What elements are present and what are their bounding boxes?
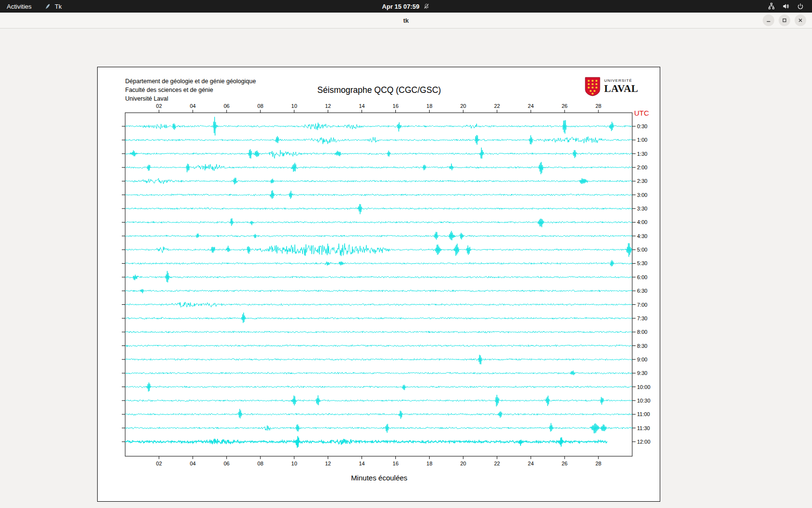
x-tick-label-top: 02 <box>156 103 162 109</box>
seismograph-canvas: Département de géologie et de génie géol… <box>97 67 660 502</box>
x-axis-title: Minutes écoulées <box>98 474 661 482</box>
seismogram-trace <box>125 331 632 333</box>
x-tick-label-top: 18 <box>426 103 432 109</box>
row-time-label: 9:00 <box>637 357 647 362</box>
seismogram-trace <box>125 148 632 159</box>
x-tick-label-bottom: 22 <box>494 461 500 466</box>
minimize-button[interactable] <box>763 15 774 26</box>
row-time-label: 12:00 <box>637 439 651 445</box>
row-time-label: 0:30 <box>637 123 647 129</box>
app-name-label: Tk <box>55 3 61 10</box>
x-tick-label-bottom: 14 <box>359 461 364 466</box>
seismogram-trace <box>125 271 632 283</box>
power-icon <box>797 2 804 10</box>
x-tick-label-top: 26 <box>562 103 567 109</box>
seismogram-trace <box>125 302 632 307</box>
x-tick-label-bottom: 24 <box>528 461 534 466</box>
desktop: Activities Tk Apr 15 07:59 <box>0 0 812 508</box>
close-icon <box>798 17 803 23</box>
x-tick-label-top: 06 <box>224 103 230 109</box>
row-time-label: 4:00 <box>637 219 647 225</box>
row-time-label: 5:30 <box>637 260 647 266</box>
x-tick-label-bottom: 08 <box>258 461 263 466</box>
row-time-label: 4:30 <box>637 233 647 239</box>
x-tick-label-bottom: 10 <box>291 461 297 466</box>
seismogram-trace <box>125 190 632 199</box>
x-tick-label-top: 28 <box>595 103 601 109</box>
clock-menu[interactable]: Apr 15 07:59 <box>382 3 430 10</box>
row-time-label: 10:30 <box>637 398 651 403</box>
system-status-area[interactable] <box>768 2 812 10</box>
row-time-label: 5:00 <box>637 247 647 253</box>
activities-button[interactable]: Activities <box>7 0 31 13</box>
row-time-label: 6:00 <box>637 274 647 280</box>
seismogram-trace <box>125 395 632 406</box>
clock-label: Apr 15 07:59 <box>382 3 419 10</box>
volume-icon <box>782 2 790 10</box>
x-tick-label-bottom: 02 <box>156 461 162 466</box>
row-time-label: 1:30 <box>637 151 647 157</box>
tk-window-content: Département de géologie et de génie géol… <box>0 29 812 508</box>
row-time-label: 3:00 <box>637 192 647 198</box>
seismogram-trace <box>125 260 632 267</box>
seismogram-trace <box>125 355 632 364</box>
seismogram-trace <box>125 371 632 375</box>
window-title-bar[interactable]: tk <box>0 13 812 29</box>
seismogram-trace <box>125 289 632 294</box>
seismogram-trace <box>125 178 632 185</box>
x-tick-label-bottom: 04 <box>190 461 196 466</box>
seismogram-trace <box>125 345 632 347</box>
seismogram-trace <box>125 204 632 214</box>
tk-app-icon <box>44 3 51 10</box>
seismogram-trace <box>125 231 632 240</box>
row-time-label: 3:30 <box>637 206 647 211</box>
seismogram-trace <box>125 409 632 418</box>
close-button[interactable] <box>795 15 806 26</box>
x-tick-label-bottom: 20 <box>460 461 466 466</box>
x-tick-label-top: 12 <box>325 103 331 109</box>
seismogram-trace <box>125 162 632 174</box>
row-time-label: 1:00 <box>637 137 647 143</box>
row-time-label: 2:00 <box>637 164 647 170</box>
maximize-button[interactable] <box>779 15 790 26</box>
minimize-icon <box>766 17 771 23</box>
row-time-label: 7:00 <box>637 302 647 308</box>
seismogram-trace <box>125 423 632 433</box>
maximize-icon <box>782 17 787 23</box>
x-tick-label-top: 10 <box>291 103 297 109</box>
row-time-label: 8:30 <box>637 343 647 349</box>
x-tick-label-bottom: 26 <box>562 461 567 466</box>
x-tick-label-top: 04 <box>190 103 196 109</box>
row-time-label: 10:00 <box>637 384 651 390</box>
row-time-label: 7:30 <box>637 315 647 321</box>
row-time-label: 6:30 <box>637 288 647 294</box>
seismogram-plot: 0202040406060808101012121414161618182020… <box>98 67 661 502</box>
x-tick-label-bottom: 28 <box>595 461 601 466</box>
seismogram-trace <box>125 218 632 227</box>
window-title: tk <box>403 17 409 24</box>
seismogram-trace <box>125 117 632 136</box>
x-tick-label-top: 16 <box>392 103 398 109</box>
network-icon <box>768 2 775 10</box>
row-time-label: 9:30 <box>637 370 647 376</box>
x-tick-label-top: 08 <box>258 103 263 109</box>
seismogram-trace <box>125 135 632 145</box>
seismogram-trace <box>125 383 632 392</box>
activities-label: Activities <box>7 3 31 10</box>
plot-frame <box>125 113 632 456</box>
notifications-disabled-icon <box>423 3 430 10</box>
row-time-label: 8:00 <box>637 329 647 335</box>
row-time-label: 11:00 <box>637 411 650 417</box>
x-tick-label-bottom: 12 <box>325 461 331 466</box>
x-tick-label-top: 24 <box>528 103 534 109</box>
x-tick-label-bottom: 16 <box>392 461 398 466</box>
row-time-label: 2:30 <box>637 178 647 184</box>
seismogram-trace <box>125 313 632 323</box>
seismogram-trace <box>125 436 607 448</box>
seismogram-trace <box>125 243 632 257</box>
x-tick-label-bottom: 06 <box>224 461 230 466</box>
focused-app-menu[interactable]: Tk <box>44 0 61 13</box>
gnome-top-bar: Activities Tk Apr 15 07:59 <box>0 0 812 13</box>
x-tick-label-top: 20 <box>460 103 466 109</box>
row-time-label: 11:30 <box>637 425 650 431</box>
